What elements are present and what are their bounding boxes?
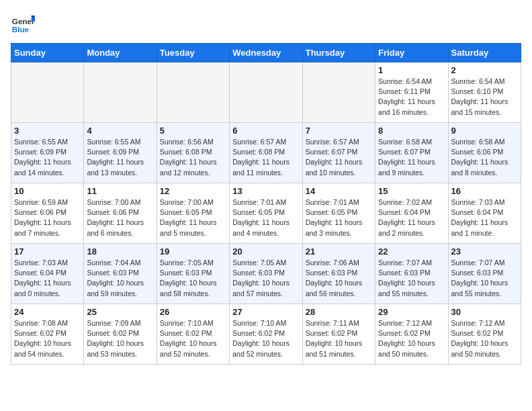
day-number: 23	[451, 246, 518, 257]
day-info: Sunrise: 7:00 AMSunset: 6:05 PMDaylight:…	[160, 197, 226, 238]
calendar-week-row: 1Sunrise: 6:54 AMSunset: 6:11 PMDaylight…	[11, 62, 521, 123]
calendar-cell: 15Sunrise: 7:02 AMSunset: 6:04 PMDayligh…	[375, 183, 448, 244]
day-number: 1	[378, 65, 445, 75]
day-number: 21	[306, 246, 372, 257]
day-number: 26	[160, 307, 226, 317]
day-number: 22	[378, 246, 445, 257]
calendar-cell: 16Sunrise: 7:03 AMSunset: 6:04 PMDayligh…	[448, 183, 521, 244]
calendar-week-row: 10Sunrise: 6:59 AMSunset: 6:06 PMDayligh…	[11, 183, 521, 244]
day-info: Sunrise: 7:00 AMSunset: 6:06 PMDaylight:…	[87, 197, 153, 238]
day-number: 20	[232, 246, 299, 257]
day-info: Sunrise: 6:54 AMSunset: 6:11 PMDaylight:…	[378, 77, 445, 118]
day-number: 25	[87, 307, 153, 317]
calendar-header-saturday: Saturday	[448, 44, 521, 62]
day-info: Sunrise: 7:05 AMSunset: 6:03 PMDaylight:…	[232, 258, 299, 299]
day-info: Sunrise: 6:58 AMSunset: 6:07 PMDaylight:…	[378, 137, 445, 178]
logo-icon: General Blue	[11, 11, 35, 35]
day-number: 6	[232, 126, 299, 136]
day-info: Sunrise: 7:06 AMSunset: 6:03 PMDaylight:…	[306, 258, 372, 299]
calendar-cell	[84, 62, 157, 123]
calendar-header-monday: Monday	[84, 44, 157, 62]
day-info: Sunrise: 7:03 AMSunset: 6:04 PMDaylight:…	[451, 197, 518, 238]
day-info: Sunrise: 6:57 AMSunset: 6:08 PMDaylight:…	[232, 137, 299, 178]
calendar-week-row: 3Sunrise: 6:55 AMSunset: 6:09 PMDaylight…	[11, 123, 521, 183]
day-number: 8	[378, 126, 445, 136]
calendar-week-row: 24Sunrise: 7:08 AMSunset: 6:02 PMDayligh…	[11, 304, 521, 365]
day-info: Sunrise: 6:54 AMSunset: 6:10 PMDaylight:…	[451, 77, 518, 118]
day-number: 28	[306, 307, 372, 317]
day-number: 3	[14, 126, 81, 136]
day-number: 12	[160, 186, 226, 196]
day-info: Sunrise: 7:10 AMSunset: 6:02 PMDaylight:…	[232, 318, 299, 359]
calendar-table: SundayMondayTuesdayWednesdayThursdayFrid…	[11, 43, 521, 365]
calendar-header-sunday: Sunday	[11, 44, 84, 62]
calendar-header-tuesday: Tuesday	[157, 44, 229, 62]
calendar-cell	[302, 62, 375, 123]
day-info: Sunrise: 6:58 AMSunset: 6:06 PMDaylight:…	[451, 137, 518, 178]
calendar-cell	[11, 62, 84, 123]
logo: General Blue	[11, 11, 38, 35]
calendar-header-row: SundayMondayTuesdayWednesdayThursdayFrid…	[11, 44, 521, 62]
day-number: 2	[451, 65, 518, 75]
calendar-cell: 4Sunrise: 6:55 AMSunset: 6:09 PMDaylight…	[84, 123, 157, 183]
day-number: 27	[232, 307, 299, 317]
calendar-cell: 12Sunrise: 7:00 AMSunset: 6:05 PMDayligh…	[157, 183, 229, 244]
calendar-cell: 25Sunrise: 7:09 AMSunset: 6:02 PMDayligh…	[84, 304, 157, 365]
day-number: 17	[14, 246, 81, 257]
calendar-cell: 1Sunrise: 6:54 AMSunset: 6:11 PMDaylight…	[375, 62, 448, 123]
day-info: Sunrise: 7:01 AMSunset: 6:05 PMDaylight:…	[306, 197, 372, 238]
calendar-cell: 10Sunrise: 6:59 AMSunset: 6:06 PMDayligh…	[11, 183, 84, 244]
calendar-cell: 29Sunrise: 7:12 AMSunset: 6:02 PMDayligh…	[375, 304, 448, 365]
calendar-cell: 18Sunrise: 7:04 AMSunset: 6:03 PMDayligh…	[84, 244, 157, 304]
day-number: 5	[160, 126, 226, 136]
calendar-cell: 11Sunrise: 7:00 AMSunset: 6:06 PMDayligh…	[84, 183, 157, 244]
day-number: 13	[232, 186, 299, 196]
calendar-cell: 13Sunrise: 7:01 AMSunset: 6:05 PMDayligh…	[230, 183, 302, 244]
calendar-cell: 21Sunrise: 7:06 AMSunset: 6:03 PMDayligh…	[302, 244, 375, 304]
day-info: Sunrise: 7:03 AMSunset: 6:04 PMDaylight:…	[14, 258, 81, 299]
calendar-cell: 14Sunrise: 7:01 AMSunset: 6:05 PMDayligh…	[302, 183, 375, 244]
day-info: Sunrise: 7:10 AMSunset: 6:02 PMDaylight:…	[160, 318, 226, 359]
day-number: 19	[160, 246, 226, 257]
day-number: 29	[378, 307, 445, 317]
day-number: 15	[378, 186, 445, 196]
calendar-cell: 8Sunrise: 6:58 AMSunset: 6:07 PMDaylight…	[375, 123, 448, 183]
calendar-cell: 23Sunrise: 7:07 AMSunset: 6:03 PMDayligh…	[448, 244, 521, 304]
calendar-cell: 9Sunrise: 6:58 AMSunset: 6:06 PMDaylight…	[448, 123, 521, 183]
calendar-cell: 5Sunrise: 6:56 AMSunset: 6:08 PMDaylight…	[157, 123, 229, 183]
day-number: 30	[451, 307, 518, 317]
page-header: General Blue	[11, 11, 521, 35]
calendar-cell: 20Sunrise: 7:05 AMSunset: 6:03 PMDayligh…	[230, 244, 302, 304]
day-number: 4	[87, 126, 153, 136]
calendar-cell: 30Sunrise: 7:12 AMSunset: 6:02 PMDayligh…	[448, 304, 521, 365]
day-info: Sunrise: 7:07 AMSunset: 6:03 PMDaylight:…	[378, 258, 445, 299]
calendar-cell: 17Sunrise: 7:03 AMSunset: 6:04 PMDayligh…	[11, 244, 84, 304]
calendar-cell: 6Sunrise: 6:57 AMSunset: 6:08 PMDaylight…	[230, 123, 302, 183]
day-info: Sunrise: 7:07 AMSunset: 6:03 PMDaylight:…	[451, 258, 518, 299]
calendar-cell: 24Sunrise: 7:08 AMSunset: 6:02 PMDayligh…	[11, 304, 84, 365]
calendar-header-thursday: Thursday	[302, 44, 375, 62]
day-info: Sunrise: 6:55 AMSunset: 6:09 PMDaylight:…	[14, 137, 81, 178]
day-info: Sunrise: 7:02 AMSunset: 6:04 PMDaylight:…	[378, 197, 445, 238]
svg-text:Blue: Blue	[12, 25, 30, 34]
day-number: 7	[306, 126, 372, 136]
day-info: Sunrise: 7:12 AMSunset: 6:02 PMDaylight:…	[451, 318, 518, 359]
day-info: Sunrise: 7:09 AMSunset: 6:02 PMDaylight:…	[87, 318, 153, 359]
day-info: Sunrise: 7:08 AMSunset: 6:02 PMDaylight:…	[14, 318, 81, 359]
day-info: Sunrise: 7:04 AMSunset: 6:03 PMDaylight:…	[87, 258, 153, 299]
day-info: Sunrise: 6:57 AMSunset: 6:07 PMDaylight:…	[306, 137, 372, 178]
day-info: Sunrise: 7:05 AMSunset: 6:03 PMDaylight:…	[160, 258, 226, 299]
day-number: 16	[451, 186, 518, 196]
calendar-cell: 26Sunrise: 7:10 AMSunset: 6:02 PMDayligh…	[157, 304, 229, 365]
calendar-cell: 7Sunrise: 6:57 AMSunset: 6:07 PMDaylight…	[302, 123, 375, 183]
calendar-header-wednesday: Wednesday	[230, 44, 302, 62]
calendar-cell: 19Sunrise: 7:05 AMSunset: 6:03 PMDayligh…	[157, 244, 229, 304]
calendar-cell	[230, 62, 302, 123]
calendar-cell: 3Sunrise: 6:55 AMSunset: 6:09 PMDaylight…	[11, 123, 84, 183]
calendar-cell	[157, 62, 229, 123]
day-info: Sunrise: 7:01 AMSunset: 6:05 PMDaylight:…	[232, 197, 299, 238]
day-number: 9	[451, 126, 518, 136]
day-info: Sunrise: 6:59 AMSunset: 6:06 PMDaylight:…	[14, 197, 81, 238]
calendar-header-friday: Friday	[375, 44, 448, 62]
calendar-week-row: 17Sunrise: 7:03 AMSunset: 6:04 PMDayligh…	[11, 244, 521, 304]
